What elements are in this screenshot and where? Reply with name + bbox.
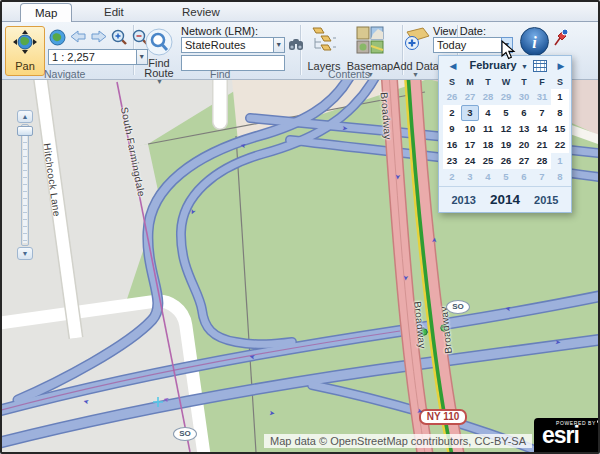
calendar-day-header: W	[497, 77, 515, 89]
tab-review[interactable]: Review	[168, 3, 234, 23]
calendar-day[interactable]: 30	[515, 89, 533, 105]
calendar-day[interactable]: 10	[461, 121, 479, 137]
calendar-day[interactable]: 24	[461, 153, 479, 169]
add-data-dropdown-arrow[interactable]: ▼	[412, 71, 419, 78]
next-extent-button[interactable]	[89, 29, 107, 47]
next-month-button[interactable]: ▶	[555, 60, 567, 72]
calendar-day[interactable]: 26	[497, 153, 515, 169]
calendar-grid: 2627282930311234567891011121314151617181…	[443, 89, 569, 185]
calendar-day[interactable]: 27	[515, 153, 533, 169]
layers-button[interactable]	[308, 26, 340, 56]
calendar-day[interactable]: 19	[497, 137, 515, 153]
calendar-day[interactable]: 12	[497, 121, 515, 137]
find-route-dropdown-arrow[interactable]: ▼	[156, 78, 163, 85]
view-date-label: View Date:	[433, 25, 486, 37]
zoom-slider-up-button[interactable]: ▲	[17, 110, 33, 123]
date-picker-popup: ◀ February ▼ ▶ SMTWTFS 26272829303112345…	[438, 55, 572, 213]
calendar-day[interactable]: 5	[497, 105, 515, 121]
calendar-grid-icon[interactable]	[533, 60, 547, 72]
calendar-day[interactable]: 16	[443, 137, 461, 153]
calendar-day[interactable]: 21	[533, 137, 551, 153]
calendar-year-2013[interactable]: 2013	[451, 194, 475, 206]
add-data-icon	[399, 26, 431, 54]
calendar-day[interactable]: 7	[533, 105, 551, 121]
zoom-slider: ▲ ▼	[16, 110, 34, 260]
zoom-slider-track[interactable]	[21, 124, 29, 246]
calendar-year-2014[interactable]: 2014	[490, 192, 520, 207]
view-date-combo: ▼	[433, 37, 513, 53]
month-dropdown-arrow[interactable]: ▼	[521, 63, 528, 70]
calendar-day[interactable]: 4	[479, 169, 497, 185]
month-label[interactable]: February	[465, 59, 521, 71]
full-extent-button[interactable]	[48, 29, 66, 47]
traffic-direction-arrow: ➤	[394, 174, 401, 180]
calendar-day[interactable]: 13	[515, 121, 533, 137]
calendar-day[interactable]: 1	[551, 89, 569, 105]
find-route-button[interactable]	[144, 27, 174, 57]
navigate-group-label: Navigate	[44, 68, 85, 80]
esri-brand: esri	[542, 422, 579, 449]
calendar-day[interactable]: 8	[551, 105, 569, 121]
scale-input[interactable]	[48, 49, 136, 65]
calendar-day[interactable]: 2	[443, 105, 461, 121]
esri-logo: POWERED BY esri	[534, 418, 600, 452]
view-date-dropdown-button[interactable]: ▼	[501, 37, 513, 53]
previous-month-button[interactable]: ◀	[447, 60, 459, 72]
calendar-day[interactable]: 3	[461, 105, 479, 121]
calendar-day[interactable]: 5	[497, 169, 515, 185]
calendar-day[interactable]: 2	[443, 169, 461, 185]
calendar-day[interactable]: 26	[443, 89, 461, 105]
calendar-day[interactable]: 20	[515, 137, 533, 153]
calendar-day[interactable]: 31	[533, 89, 551, 105]
view-date-input[interactable]	[433, 37, 501, 53]
calendar-day-header: S	[443, 77, 461, 89]
find-group-label: Find	[210, 68, 230, 80]
network-lrm-label: Network (LRM):	[181, 25, 258, 37]
calendar-day[interactable]: 18	[479, 137, 497, 153]
arrow-right-icon	[90, 29, 107, 44]
calendar-day[interactable]: 15	[551, 121, 569, 137]
calendar-day[interactable]: 28	[479, 89, 497, 105]
date-picker-header: ◀ February ▼ ▶	[439, 56, 571, 77]
calendar-day[interactable]: 9	[443, 121, 461, 137]
map-attribution: Map data © OpenStreetMap contributors, C…	[264, 434, 532, 448]
route-input-wrap	[181, 55, 285, 71]
search-routes-button[interactable]	[287, 37, 305, 55]
network-input[interactable]	[181, 37, 273, 53]
basemap-button[interactable]	[354, 26, 386, 56]
calendar-day[interactable]: 7	[533, 169, 551, 185]
zoom-in-button[interactable]	[110, 29, 128, 47]
calendar-day[interactable]: 4	[479, 105, 497, 121]
calendar-day[interactable]: 23	[443, 153, 461, 169]
calendar-day[interactable]: 11	[479, 121, 497, 137]
tab-edit[interactable]: Edit	[90, 3, 138, 23]
traffic-direction-arrow: ➤	[402, 275, 409, 281]
pushpin-icon[interactable]	[552, 28, 570, 48]
zoom-slider-down-button[interactable]: ▼	[17, 247, 33, 260]
calendar-day[interactable]: 28	[533, 153, 551, 169]
calendar-day[interactable]: 6	[515, 169, 533, 185]
calendar-day[interactable]: 17	[461, 137, 479, 153]
calendar-year-2015[interactable]: 2015	[534, 194, 558, 206]
traffic-direction-arrow: ➤	[269, 409, 276, 417]
calendar-day[interactable]: 3	[461, 169, 479, 185]
previous-extent-button[interactable]	[69, 29, 87, 47]
calendar-day[interactable]: 27	[461, 89, 479, 105]
traffic-direction-arrow: ➤	[430, 237, 438, 244]
add-data-button[interactable]	[398, 26, 432, 56]
pan-button[interactable]: Pan	[5, 26, 45, 76]
ribbon-tab-bar: MapEditReview	[0, 0, 600, 22]
calendar-day[interactable]: 25	[479, 153, 497, 169]
calendar-day[interactable]: 6	[515, 105, 533, 121]
route-input[interactable]	[181, 55, 285, 71]
network-dropdown-button[interactable]: ▼	[273, 37, 285, 53]
calendar-day[interactable]: 29	[497, 89, 515, 105]
tab-map[interactable]: Map	[20, 3, 72, 23]
info-button[interactable]: i	[520, 27, 549, 56]
calendar-day[interactable]: 8	[551, 169, 569, 185]
zoom-slider-handle[interactable]	[17, 126, 33, 136]
calendar-day[interactable]: 14	[533, 121, 551, 137]
pan-label: Pan	[6, 60, 44, 72]
calendar-day[interactable]: 1	[551, 153, 569, 169]
calendar-day[interactable]: 22	[551, 137, 569, 153]
